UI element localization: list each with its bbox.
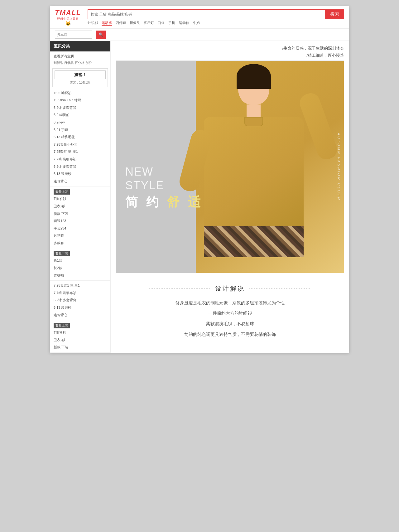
search-input[interactable] <box>88 9 325 19</box>
sidebar-item-2[interactable]: 15.5thin Thin 针织 <box>50 97 110 104</box>
sidebar-item-11[interactable]: 6.2计 多套背背 <box>50 163 110 171</box>
sidebar-item-5[interactable]: 6.2new <box>50 119 110 126</box>
search-bar: 搜索 <box>88 9 344 19</box>
sidebar-item-9[interactable]: 7.25套红 里 里1 <box>50 148 110 156</box>
sidebar-item-6[interactable]: 6.21 手套 <box>50 126 110 134</box>
vertical-text: AUTUMN FASHION CLOTH <box>337 133 341 201</box>
sidebar: 宝贝分类 查看所有宝贝 到新品 目录品 百分相 别价 旗袍！ 套装：10款6款 … <box>50 41 111 353</box>
extra-item-5[interactable]: 迷你背心 <box>50 312 110 319</box>
hero-line1: /生命的质感，源于生活的深刻体会 <box>116 45 344 52</box>
search-area: 搜索 针织衫 运动裤 四件套 摄像头 客厅灯 口红 手机 运动鞋 牛奶 <box>88 9 344 26</box>
filter-bie[interactable]: 别价 <box>85 61 92 65</box>
sidebar-item-10[interactable]: 7.7精 装细布衫 <box>50 156 110 163</box>
sidebar-title: 宝贝分类 <box>50 41 110 51</box>
model-head <box>238 67 269 104</box>
model-neck <box>247 104 261 117</box>
desc-line-2: 一件简约大方的针织衫 <box>116 308 344 319</box>
overlay-text: NEWSTYLE 简 约 舒 适 <box>125 165 203 210</box>
sidebar-extra: 7.25套红1 里 里1 7.7精 装细布衫 6.2计 多套背背 6.13 装磨… <box>50 281 110 320</box>
search-button[interactable]: 搜索 <box>325 9 344 19</box>
tag-shouji[interactable]: 手机 <box>168 21 175 26</box>
g3-item-1[interactable]: T恤衫衫 <box>50 329 110 336</box>
main-content: /生命的质感，源于生活的深刻体会 /精工细造，匠心慢造 <box>111 41 349 353</box>
sidebar-filter-row: 到新品 目录品 百分相 别价 <box>50 60 110 66</box>
extra-item-1[interactable]: 7.25套红1 里 里1 <box>50 282 110 289</box>
g1-item-6[interactable]: 运动套 <box>50 232 110 239</box>
sidebar-item-4[interactable]: 6.2 糊状的 <box>50 111 110 119</box>
sidebar-item-7[interactable]: 6.13 精纺毛毯 <box>50 133 110 141</box>
logo-text: TMALL <box>55 9 81 17</box>
store-search-input[interactable] <box>55 31 92 39</box>
group3-label: 套量上装 <box>54 323 70 328</box>
group2-label: 套量下装 <box>54 251 70 256</box>
g1-item-5[interactable]: 手套234 <box>50 225 110 232</box>
design-line-left <box>149 288 211 289</box>
hero-text: /生命的质感，源于生活的深刻体会 /精工细造，匠心慢造 <box>111 41 349 60</box>
search-tags: 针织衫 运动裤 四件套 摄像头 客厅灯 口红 手机 运动鞋 牛奶 <box>88 21 344 26</box>
design-description: 修身显瘦是毛衣的制胜元素，别致的多组扣装饰尤为个性 一件简约大方的针织衫 柔软混… <box>116 298 344 340</box>
group1-label: 套量上装 <box>54 189 70 195</box>
sidebar-item-3[interactable]: 6.2计 多套背背 <box>50 104 110 112</box>
sidebar-group1: 套量上装 T恤衫衫 卫衣 衫 新款 下装 套装123 手套234 运动套 多款套 <box>50 186 110 248</box>
g2-item-1[interactable]: 长1款 <box>50 257 110 264</box>
sidebar-item-1[interactable]: 15.5 编织衫 <box>50 89 110 97</box>
design-line-right <box>249 288 311 289</box>
logo-sub: 理想生活上天猫 <box>57 17 79 21</box>
main-layout: 宝贝分类 查看所有宝贝 到新品 目录品 百分相 别价 旗袍！ 套装：10款6款 … <box>50 41 349 353</box>
g1-item-4[interactable]: 套装123 <box>50 217 110 225</box>
featured-sub: 套装：10款6款 <box>55 80 106 85</box>
sidebar-group3: 套量上装 T恤衫衫 卫衣 衫 新款 下装 <box>50 320 110 353</box>
sidebar-item-8[interactable]: 7.25套白小外套 <box>50 141 110 148</box>
filter-bai[interactable]: 百分相 <box>75 61 84 65</box>
desc-line-4: 简约的纯色调更具独特气质，不需要花俏的装饰 <box>116 329 344 340</box>
g2-item-3[interactable]: 连裤帽 <box>50 272 110 279</box>
tag-yundong[interactable]: 运动裤 <box>102 21 112 26</box>
sidebar-section-top: 查看所有宝贝 到新品 目录品 百分相 别价 旗袍！ 套装：10款6款 15.5 … <box>50 51 110 186</box>
extra-item-2[interactable]: 7.7精 装细布衫 <box>50 289 110 297</box>
g1-item-2[interactable]: 卫衣 衫 <box>50 203 110 210</box>
extra-item-4[interactable]: 6.13 装磨砂 <box>50 304 110 312</box>
tag-niunai[interactable]: 牛奶 <box>193 21 200 26</box>
slogan-highlight: 舒 适 <box>167 195 203 209</box>
store-search-button[interactable]: 🔍 <box>96 31 106 39</box>
sidebar-group2: 套量下装 长1款 长2款 连裤帽 <box>50 248 110 281</box>
hero-line2: /精工细造，匠心慢造 <box>116 52 344 59</box>
tag-zhenzhi[interactable]: 针织衫 <box>88 21 98 26</box>
store-header: 🔍 <box>50 29 349 41</box>
logo-cat: 🐱 <box>65 21 71 26</box>
sidebar-item-12[interactable]: 6.13 装磨砂 <box>50 170 110 178</box>
filter-xin[interactable]: 到新品 <box>54 61 63 65</box>
featured-box: 旗袍！ 套装：10款6款 <box>52 68 108 87</box>
design-section: 设计解说 修身显瘦是毛衣的制胜元素，别致的多组扣装饰尤为个性 一件简约大方的针织… <box>111 278 349 346</box>
desc-line-3: 柔软混纺毛织，不易起球 <box>116 319 344 329</box>
tag-yundongxie[interactable]: 运动鞋 <box>179 21 189 26</box>
desc-line-1: 修身显瘦是毛衣的制胜元素，别致的多组扣装饰尤为个性 <box>116 298 344 308</box>
tag-keting[interactable]: 客厅灯 <box>144 21 154 26</box>
person-silhouette <box>195 61 313 273</box>
g1-item-7[interactable]: 多款套 <box>50 239 110 247</box>
g1-item-3[interactable]: 新款 下装 <box>50 210 110 218</box>
g2-item-2[interactable]: 长2款 <box>50 264 110 272</box>
sidebar-item-13[interactable]: 迷你背心 <box>50 178 110 185</box>
model-sweater <box>204 117 304 226</box>
featured-title: 旗袍！ <box>55 70 106 79</box>
design-title-text: 设计解说 <box>215 284 245 293</box>
tag-shexiangtou[interactable]: 摄像头 <box>130 21 140 26</box>
product-image-wrapper: AUTUMN FASHION CLOTH NEWSTYLE 简 约 舒 适 <box>116 60 344 273</box>
extra-item-3[interactable]: 6.2计 多套背背 <box>50 297 110 304</box>
tag-sijiantao[interactable]: 四件套 <box>116 21 126 26</box>
new-style-text: NEWSTYLE <box>125 165 203 192</box>
product-image-bg: AUTUMN FASHION CLOTH NEWSTYLE 简 约 舒 适 <box>116 61 344 273</box>
g1-item-1[interactable]: T恤衫衫 <box>50 195 110 203</box>
tmall-logo[interactable]: TMALL 理想生活上天猫 🐱 <box>55 9 81 26</box>
top-header: TMALL 理想生活上天猫 🐱 搜索 针织衫 运动裤 四件套 摄像头 客厅灯 口… <box>50 6 349 29</box>
filter-mu[interactable]: 目录品 <box>64 61 74 65</box>
model-hair <box>237 64 271 89</box>
tag-kuhong[interactable]: 口红 <box>158 21 165 26</box>
chinese-slogan: 简 约 舒 适 <box>125 193 203 210</box>
model-collar <box>244 117 263 126</box>
model-skirt <box>204 226 304 257</box>
sidebar-view-all[interactable]: 查看所有宝贝 <box>50 53 110 60</box>
g3-item-3[interactable]: 新款 下装 <box>50 344 110 351</box>
g3-item-2[interactable]: 卫衣 衫 <box>50 336 110 344</box>
